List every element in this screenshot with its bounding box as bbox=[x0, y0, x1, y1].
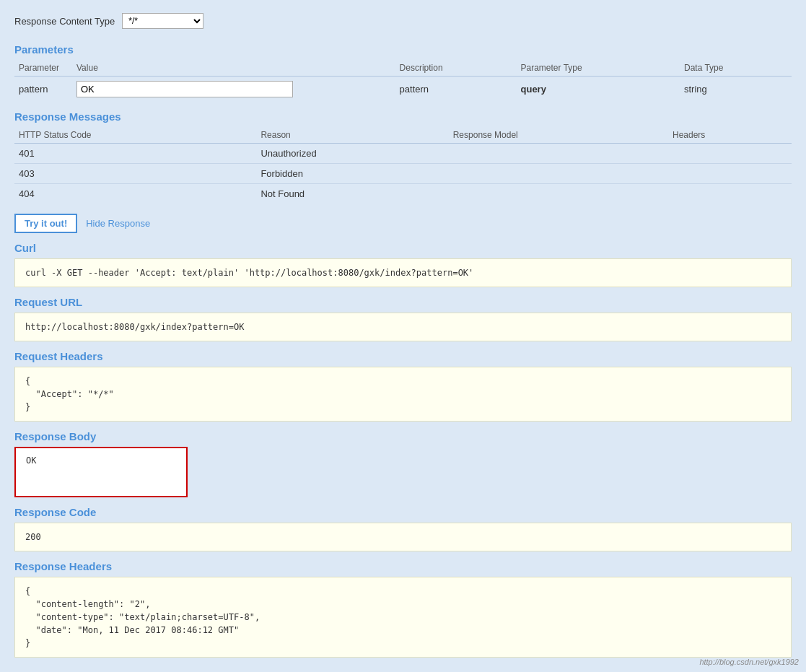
col-description: Description bbox=[395, 60, 517, 77]
status-404: 404 bbox=[14, 184, 256, 204]
response-headers-value: { "content-length": "2", "content-type":… bbox=[14, 577, 792, 658]
headers-403 bbox=[668, 164, 792, 184]
col-reason: Reason bbox=[256, 127, 448, 144]
curl-value: curl -X GET --header 'Accept: text/plain… bbox=[14, 258, 792, 287]
col-response-model: Response Model bbox=[449, 127, 668, 144]
response-body-section: Response Body OK bbox=[14, 430, 792, 497]
param-row: pattern pattern query string bbox=[14, 77, 792, 102]
response-row-403: 403 Forbidden bbox=[14, 164, 792, 184]
status-403: 403 bbox=[14, 164, 256, 184]
col-status-code: HTTP Status Code bbox=[14, 127, 256, 144]
response-body-box: OK bbox=[14, 447, 188, 497]
reason-403: Forbidden bbox=[256, 164, 448, 184]
hide-response-link[interactable]: Hide Response bbox=[86, 218, 150, 229]
reason-404: Not Found bbox=[256, 184, 448, 204]
request-headers-heading: Request Headers bbox=[14, 350, 792, 362]
model-401 bbox=[449, 144, 668, 164]
parameters-table: Parameter Value Description Parameter Ty… bbox=[14, 60, 792, 102]
model-403 bbox=[449, 164, 668, 184]
col-parameter-type: Parameter Type bbox=[517, 60, 680, 77]
response-row-401: 401 Unauthorized bbox=[14, 144, 792, 164]
reason-401: Unauthorized bbox=[256, 144, 448, 164]
col-parameter: Parameter bbox=[14, 60, 72, 77]
response-body-heading: Response Body bbox=[14, 430, 792, 442]
response-code-heading: Response Code bbox=[14, 506, 792, 518]
param-description: pattern bbox=[395, 77, 517, 102]
headers-404 bbox=[668, 184, 792, 204]
content-type-select[interactable]: */* application/json text/plain bbox=[122, 13, 203, 29]
response-headers-heading: Response Headers bbox=[14, 560, 792, 572]
actions-row: Try it out! Hide Response bbox=[14, 214, 792, 233]
watermark: http://blog.csdn.net/gxk1992 bbox=[699, 658, 799, 666]
parameters-heading: Parameters bbox=[14, 43, 792, 56]
param-value-cell bbox=[72, 77, 395, 102]
param-name: pattern bbox=[14, 77, 72, 102]
curl-heading: Curl bbox=[14, 242, 792, 254]
headers-401 bbox=[668, 144, 792, 164]
response-messages-heading: Response Messages bbox=[14, 110, 792, 123]
param-data-type: string bbox=[680, 77, 792, 102]
content-type-label: Response Content Type bbox=[14, 16, 115, 27]
col-headers: Headers bbox=[668, 127, 792, 144]
request-headers-value: { "Accept": "*/*" } bbox=[14, 367, 792, 422]
response-code-value: 200 bbox=[14, 523, 792, 551]
response-messages-table: HTTP Status Code Reason Response Model H… bbox=[14, 127, 792, 204]
param-value-input[interactable] bbox=[76, 81, 293, 97]
response-row-404: 404 Not Found bbox=[14, 184, 792, 204]
col-data-type: Data Type bbox=[680, 60, 792, 77]
col-value: Value bbox=[72, 60, 395, 77]
request-url-heading: Request URL bbox=[14, 296, 792, 308]
model-404 bbox=[449, 184, 668, 204]
param-type: query bbox=[517, 77, 680, 102]
try-it-out-button[interactable]: Try it out! bbox=[14, 214, 77, 233]
status-401: 401 bbox=[14, 144, 256, 164]
request-url-value: http://localhost:8080/gxk/index?pattern=… bbox=[14, 313, 792, 341]
